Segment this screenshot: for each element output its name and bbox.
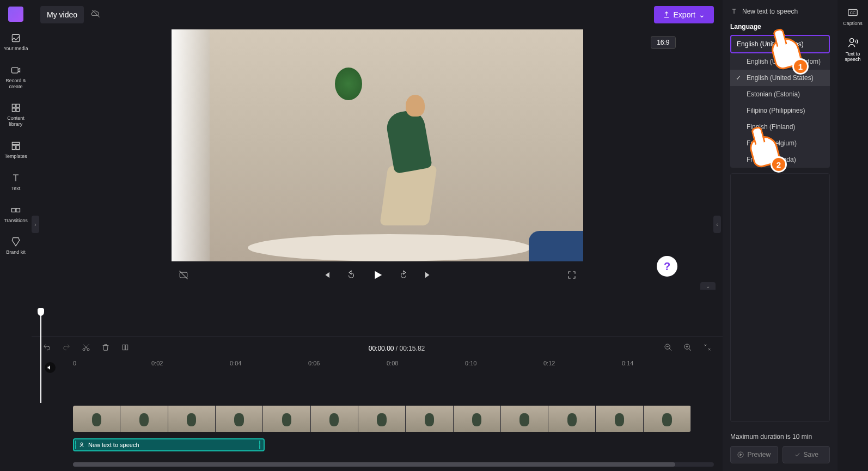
redo-button[interactable] bbox=[60, 341, 73, 356]
chevron-down-icon: ⌄ bbox=[699, 10, 705, 19]
sidebar-brand-kit[interactable]: Brand kit bbox=[4, 234, 28, 258]
tts-button[interactable]: Text to speech bbox=[838, 37, 868, 62]
export-button[interactable]: Export ⌄ bbox=[654, 6, 714, 23]
topbar: Export ⌄ bbox=[32, 0, 723, 29]
left-sidebar: Your media Record & create Content libra… bbox=[0, 0, 32, 471]
lang-option[interactable]: Estonian (Estonia) bbox=[730, 86, 830, 102]
panel-header: New text to speech bbox=[723, 8, 838, 23]
zoom-in-button[interactable] bbox=[681, 341, 694, 356]
sidebar-your-media[interactable]: Your media bbox=[1, 30, 30, 54]
timeline-scrollbar[interactable] bbox=[73, 462, 714, 467]
scrollbar-thumb[interactable] bbox=[73, 462, 675, 467]
svg-rect-6 bbox=[12, 142, 19, 144]
right-panel: New text to speech Language English (Uni… bbox=[723, 0, 838, 471]
far-right-sidebar: CC Captions Text to speech bbox=[838, 0, 868, 471]
lang-option[interactable]: English (United States) bbox=[730, 70, 830, 86]
collapse-panel-icon[interactable]: ⌄ bbox=[700, 282, 716, 290]
timestamp-display: 00:00.00 / 00:15.82 bbox=[138, 345, 655, 352]
svg-rect-16 bbox=[123, 345, 125, 350]
svg-rect-17 bbox=[126, 345, 128, 350]
sidebar-label: Brand kit bbox=[6, 249, 26, 255]
svg-rect-0 bbox=[12, 34, 19, 41]
tts-label: Text to speech bbox=[838, 51, 868, 62]
current-time: 00:00.00 bbox=[369, 345, 394, 352]
video-title-input[interactable] bbox=[40, 6, 84, 23]
lang-option[interactable]: Filipino (Philippines) bbox=[730, 102, 830, 119]
zoom-out-button[interactable] bbox=[662, 341, 675, 356]
delete-button[interactable] bbox=[99, 341, 112, 356]
sidebar-label: Templates bbox=[4, 154, 27, 160]
sidebar-record-create[interactable]: Record & create bbox=[0, 63, 32, 92]
export-label: Export bbox=[674, 10, 695, 19]
text-input-area[interactable] bbox=[730, 173, 830, 422]
tts-icon bbox=[78, 442, 85, 448]
undo-button[interactable] bbox=[40, 341, 53, 356]
app-logo[interactable] bbox=[8, 7, 23, 22]
svg-rect-10 bbox=[16, 208, 20, 212]
captions-button[interactable]: CC Captions bbox=[843, 7, 863, 26]
captions-icon: CC bbox=[847, 7, 859, 19]
captions-label: Captions bbox=[843, 21, 863, 26]
timeline-tracks: New text to speech bbox=[32, 371, 723, 451]
aspect-ratio-badge[interactable]: 16:9 bbox=[651, 36, 675, 49]
sidebar-content-library[interactable]: Content library bbox=[0, 100, 32, 130]
language-select[interactable]: English (United States) bbox=[730, 35, 830, 53]
duration: 00:15.82 bbox=[400, 345, 425, 352]
sidebar-text[interactable]: Text bbox=[8, 170, 23, 194]
tts-clip-label: New text to speech bbox=[88, 442, 139, 448]
language-dropdown: English (United Kingdom) English (United… bbox=[730, 53, 830, 168]
save-button[interactable]: Save bbox=[783, 446, 830, 463]
lang-option[interactable]: Finnish (Finland) bbox=[730, 119, 830, 135]
video-track-clip[interactable] bbox=[73, 406, 691, 432]
panel-actions: Preview Save bbox=[723, 446, 838, 463]
panel-title: New text to speech bbox=[742, 8, 798, 15]
lang-option[interactable]: English (United Kingdom) bbox=[730, 53, 830, 70]
upload-icon bbox=[663, 11, 670, 19]
timeline-ruler[interactable]: 0 0:02 0:04 0:06 0:08 0:10 0:12 0:14 bbox=[32, 360, 723, 371]
language-label: Language bbox=[723, 23, 838, 35]
clip-handle-right[interactable] bbox=[259, 441, 262, 449]
sidebar-label: Content library bbox=[2, 115, 29, 127]
text-icon bbox=[730, 8, 738, 15]
cloud-sync-icon[interactable] bbox=[90, 8, 101, 21]
skip-start-button[interactable] bbox=[321, 270, 331, 280]
preview-area: 16:9 bbox=[32, 29, 723, 336]
sidebar-label: Your media bbox=[3, 46, 28, 52]
svg-rect-5 bbox=[16, 108, 20, 112]
timeline-toolbar: 00:00.00 / 00:15.82 bbox=[32, 337, 723, 360]
timeline-area: 00:00.00 / 00:15.82 0 0:02 0:04 0:06 0:0… bbox=[32, 336, 723, 471]
preview-button[interactable]: Preview bbox=[730, 446, 778, 463]
skip-end-button[interactable] bbox=[424, 270, 433, 280]
max-duration-label: Maximum duration is 10 min bbox=[723, 427, 838, 446]
lang-option[interactable]: French (Canada) bbox=[730, 151, 830, 168]
svg-rect-9 bbox=[12, 208, 16, 212]
sidebar-transitions[interactable]: Transitions bbox=[2, 203, 30, 226]
player-controls bbox=[172, 261, 583, 289]
split-button[interactable] bbox=[119, 341, 132, 356]
svg-point-24 bbox=[850, 39, 854, 42]
video-preview[interactable] bbox=[172, 29, 583, 261]
expand-left-icon[interactable]: › bbox=[32, 216, 39, 233]
svg-rect-2 bbox=[12, 105, 15, 108]
svg-text:CC: CC bbox=[850, 10, 856, 15]
audio-icon[interactable] bbox=[45, 362, 56, 373]
fit-button[interactable] bbox=[701, 341, 714, 356]
expand-right-icon[interactable]: ‹ bbox=[713, 216, 721, 233]
play-button[interactable] bbox=[371, 269, 383, 281]
lang-option[interactable]: French (Belgium) bbox=[730, 135, 830, 151]
cut-button[interactable] bbox=[80, 341, 93, 356]
playhead[interactable] bbox=[40, 310, 41, 403]
rewind-button[interactable] bbox=[346, 270, 356, 280]
svg-rect-8 bbox=[16, 145, 20, 150]
fullscreen-button[interactable] bbox=[567, 270, 577, 280]
sidebar-templates[interactable]: Templates bbox=[2, 138, 29, 162]
help-button[interactable]: ? bbox=[657, 256, 677, 277]
tts-track-clip[interactable]: New text to speech bbox=[73, 438, 265, 451]
disable-preview-button[interactable] bbox=[178, 270, 189, 280]
forward-button[interactable] bbox=[399, 270, 408, 280]
clip-handle-left[interactable] bbox=[75, 441, 78, 449]
check-icon bbox=[794, 451, 800, 458]
svg-rect-7 bbox=[12, 145, 15, 150]
sidebar-label: Transitions bbox=[4, 218, 28, 224]
svg-rect-3 bbox=[16, 105, 20, 108]
